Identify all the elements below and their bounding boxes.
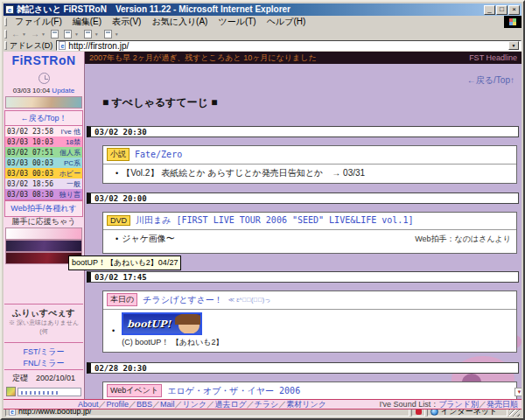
sidebar-divider [4, 342, 83, 343]
bootup-banner-image[interactable]: bootUP! [122, 312, 202, 335]
menu-help[interactable]: ヘルプ(H) [262, 16, 312, 28]
footer-link-mail[interactable]: Mail [160, 400, 175, 409]
address-url[interactable]: http://firstron.jp/ [68, 41, 129, 51]
entry-date-bar: 02/28 20:30 [87, 362, 519, 374]
footer-link-profile[interactable]: Profile [107, 400, 130, 409]
footer-link-material[interactable]: 素材リンク [286, 399, 326, 410]
print-icon[interactable] [64, 30, 72, 38]
category-row-monologue[interactable]: 03/03 08:30 独り言 [5, 189, 82, 200]
menu-file[interactable]: ファイル(F) [10, 16, 67, 28]
mail-dropdown-icon[interactable]: ▼ [115, 32, 122, 37]
separator: ／ [175, 399, 183, 410]
entry-card-fate-zero: 小説 Fate/Zero •【Vol.2】 表紙絵とか あらすじとか発売日告知と… [102, 145, 517, 184]
category-link[interactable]: PC系 [64, 158, 80, 168]
address-dropdown-icon[interactable]: ▼ [508, 41, 519, 50]
update-date: 03/03 [13, 87, 31, 94]
separator: ／ [99, 399, 107, 410]
category-row-personal[interactable]: 03/02 07:51 個人系 [5, 147, 82, 158]
category-datetime: 03/03 08:30 [7, 191, 53, 199]
footer-link-chirashi[interactable]: チラシ [255, 399, 279, 410]
category-link[interactable]: I've 他 [61, 127, 80, 136]
category-datetime: 03/03 10:03 [7, 138, 53, 146]
category-row-hobby[interactable]: 03/03 00:03 ホビー [5, 168, 82, 178]
category-tag-novel: 小説 [107, 148, 130, 161]
sound-list-date-link[interactable]: 発売日順 [486, 400, 518, 409]
footer-link-links[interactable]: リンク [183, 399, 207, 410]
menu-favorites[interactable]: お気に入り(A) [146, 16, 213, 28]
free-space-note: ※ 深い意味はありません (何 [4, 318, 84, 336]
entry-body: •ジャケ画像〜 Web拍手：なのはさんより [103, 230, 516, 247]
category-row-pc[interactable]: 03/03 00:03 PC系 [5, 158, 82, 168]
back-icon[interactable]: ← [10, 29, 22, 38]
category-tag-today: 本日の [107, 293, 137, 306]
entry-card-kawada-mami: DVD 川田まみ [FIRST LIVE TOUR 2006 "SEED" LI… [102, 212, 517, 254]
entry-item-text: ジャケ画像〜 [122, 234, 175, 243]
title-bar: e 雑記さいと FiRSTRoN Version 11.22 - Microso… [4, 4, 522, 16]
category-link[interactable]: 独り言 [60, 190, 80, 200]
page-icon[interactable] [51, 30, 59, 38]
separator: ／ [479, 400, 486, 409]
free-space-title: ふりぃすぺぇす [4, 307, 84, 319]
entry-date-bar: 03/02 20:00 [87, 192, 519, 204]
scroll-down-button[interactable]: ▼ [514, 388, 522, 396]
category-table: 03/02 23:58 I've 他 03/03 10:03 18禁 03/02… [4, 125, 83, 200]
edit-icon[interactable] [84, 30, 92, 38]
entry-header: DVD 川田まみ [FIRST LIVE TOUR 2006 "SEED" LI… [103, 213, 516, 230]
close-button[interactable]: × [508, 5, 520, 15]
forward-dropdown-icon[interactable]: ▼ [41, 32, 48, 37]
footer-link-archive[interactable]: 過去ログ [214, 399, 246, 410]
category-link[interactable]: 個人系 [60, 148, 80, 158]
separator: ／ [129, 399, 136, 410]
support-banner-1[interactable] [5, 228, 82, 240]
fnl-mirror-link[interactable]: FNL/ミラー [4, 358, 84, 369]
last-update: 03/03 10:04 Update [4, 87, 84, 94]
fst-mirror-link[interactable]: FST/ミラー [4, 346, 84, 358]
footer-nav-bar: About／Profile／BBS／Mail／リンク／過去ログ／チラシ／素材リン… [4, 399, 522, 410]
forward-icon[interactable]: → [29, 29, 41, 38]
entry-title-link[interactable]: チラシげとすさー！ [143, 294, 223, 306]
headline-text: 2007年も早 2ヶ月が過ぎ、残すところあと 10ヶ月になりました [89, 52, 317, 64]
category-row-general[interactable]: 03/02 18:56 一般 [5, 178, 82, 189]
category-link[interactable]: ホビー [60, 169, 80, 178]
main-back-top-link[interactable]: ←戻る/Top↑ [467, 74, 514, 87]
separator: ／ [278, 399, 286, 410]
browser-window: e 雑記さいと FiRSTRoN Version 11.22 - Microso… [0, 0, 525, 420]
tooltip: bootUP！【あねいも2】04/27 [68, 256, 181, 270]
address-input[interactable]: e http://firstron.jp/ ▼ [56, 40, 522, 51]
update-link[interactable]: Update [52, 87, 74, 94]
category-row-ive[interactable]: 03/02 23:58 I've 他 [5, 126, 82, 136]
entry-body: • bootUP! (C) bootUP！ 【あねいも2】 [103, 310, 516, 350]
bullet-icon: • [116, 169, 118, 178]
entry-title-link[interactable]: エロゲ・オブ・ザ・イヤー 2006 [167, 385, 300, 397]
menu-tools[interactable]: ツール(T) [213, 16, 261, 28]
clock-icon [4, 73, 84, 84]
entry-title-link[interactable]: Fate/Zero [135, 150, 182, 159]
support-banner-2[interactable] [5, 240, 82, 252]
sound-list-brand-link[interactable]: ブランド別 [438, 400, 479, 409]
back-dropdown-icon[interactable]: ▼ [22, 32, 29, 37]
category-link[interactable]: 18禁 [66, 137, 80, 147]
category-link[interactable]: 一般 [66, 179, 80, 189]
entry-title-link[interactable]: 川田まみ [FIRST LIVE TOUR 2006 "SEED" LIVE&L… [136, 214, 413, 227]
sound-list-label: I've Sound List： [379, 400, 438, 409]
menu-edit[interactable]: 編集(E) [67, 16, 107, 28]
footer-link-about[interactable]: About [78, 400, 99, 409]
web-clap-link[interactable]: Web拍手/各種れす [4, 200, 83, 217]
sidebar-banner[interactable] [5, 96, 82, 108]
site-logo[interactable]: FiRSTRoN [4, 53, 84, 67]
support-section-title: 勝手に応援ちゃう [4, 216, 84, 228]
print-dropdown-icon[interactable]: ▼ [74, 32, 81, 37]
mail-icon[interactable] [104, 30, 112, 38]
bootup-block: bootUP! (C) bootUP！ 【あねいも2】 [122, 312, 223, 348]
maximize-button[interactable]: □ [496, 5, 508, 15]
edit-dropdown-icon[interactable]: ▼ [94, 32, 102, 37]
footer-link-bbs[interactable]: BBS [136, 400, 152, 409]
menu-view[interactable]: 表示(V) [107, 16, 146, 28]
entry-header: 本日の チラシげとすさー！ ≪ ε^ヮﾟ(ｫﾟ)っ [103, 291, 516, 310]
category-row-18[interactable]: 03/03 10:03 18禁 [5, 136, 82, 147]
sidebar-divider [4, 304, 83, 304]
category-datetime: 03/03 00:03 [7, 170, 53, 178]
minimize-button[interactable]: _ [484, 5, 495, 15]
counter-icon [6, 387, 16, 396]
category-datetime: 03/02 23:58 [7, 128, 53, 136]
